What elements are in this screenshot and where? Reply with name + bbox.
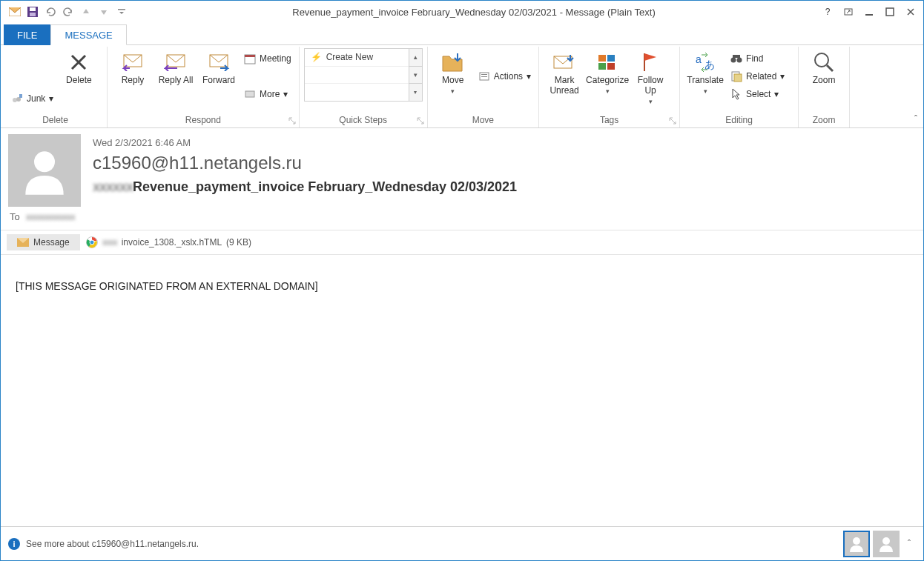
- zoom-button[interactable]: Zoom: [803, 48, 845, 86]
- reply-label: Reply: [122, 76, 145, 86]
- categorize-button[interactable]: Categorize ▾: [587, 48, 628, 95]
- minimize-icon[interactable]: [859, 4, 879, 20]
- quick-access-toolbar: [4, 4, 130, 20]
- delete-icon: [67, 50, 90, 74]
- meeting-label: Meeting: [260, 53, 291, 64]
- related-icon: [730, 70, 742, 82]
- forward-button[interactable]: Forward: [198, 48, 240, 86]
- attachment-item[interactable]: xxxx invoice_1308._xslx.hTML (9 KB): [86, 236, 251, 248]
- message-header: Wed 2/3/2021 6:46 AM c15960@h11.netangel…: [1, 128, 923, 207]
- body-text: [THIS MESSAGE ORIGINATED FROM AN EXTERNA…: [16, 280, 908, 292]
- chevron-down-icon: ▾: [49, 93, 53, 104]
- ribbon-tabs: FILE MESSAGE: [1, 23, 923, 45]
- quicksteps-spinner[interactable]: ▲▼▾: [409, 49, 422, 101]
- svg-rect-10: [19, 94, 22, 98]
- related-button[interactable]: Related ▾: [727, 67, 788, 85]
- categorize-icon: [595, 50, 619, 74]
- junk-label: Junk: [27, 93, 45, 104]
- junk-button[interactable]: Junk ▾: [8, 90, 56, 107]
- save-icon[interactable]: [24, 4, 41, 20]
- chrome-icon: [86, 236, 98, 248]
- svg-point-37: [853, 537, 860, 545]
- delete-button[interactable]: Delete: [58, 48, 99, 86]
- sender-avatar: [8, 134, 81, 207]
- group-label-delete: Delete: [8, 115, 102, 127]
- follow-up-button[interactable]: Follow Up ▾: [630, 48, 671, 105]
- group-label-move: Move: [432, 115, 534, 127]
- dialog-launcher-icon[interactable]: [417, 117, 424, 125]
- binoculars-icon: [730, 53, 742, 64]
- undo-icon[interactable]: [42, 4, 59, 20]
- collapse-ribbon-icon[interactable]: ˆ: [914, 114, 917, 125]
- svg-rect-24: [607, 63, 615, 70]
- svg-rect-2: [30, 7, 36, 11]
- help-icon[interactable]: ?: [818, 4, 837, 20]
- svg-point-38: [882, 537, 890, 545]
- redo-icon[interactable]: [60, 4, 76, 20]
- message-subject: xxxxxxRevenue_payment_invoice February_W…: [93, 179, 916, 195]
- forward-label: Forward: [202, 76, 235, 86]
- envelope-icon[interactable]: [7, 4, 23, 20]
- qat-customize-icon[interactable]: [113, 4, 130, 20]
- group-label-tags: Tags: [544, 115, 675, 127]
- meeting-button[interactable]: Meeting: [241, 50, 294, 67]
- mark-unread-icon: [552, 50, 576, 74]
- mark-unread-label: Mark Unread: [545, 76, 584, 96]
- more-respond-button[interactable]: More ▾: [241, 85, 294, 103]
- select-button[interactable]: Select ▾: [727, 85, 788, 103]
- up-arrow-icon[interactable]: [78, 4, 94, 20]
- message-body: [THIS MESSAGE ORIGINATED FROM AN EXTERNA…: [1, 255, 923, 526]
- chevron-down-icon: ▾: [704, 87, 707, 95]
- ribbon: Junk ▾ Delete Delete Reply Reply All: [1, 45, 923, 128]
- follow-up-label: Follow Up: [631, 76, 670, 96]
- translate-button[interactable]: aあ Translate ▾: [684, 48, 726, 95]
- move-button[interactable]: Move ▾: [432, 48, 474, 95]
- close-icon[interactable]: [901, 4, 920, 20]
- svg-point-32: [815, 53, 828, 67]
- more-icon: [244, 88, 256, 100]
- message-tab[interactable]: Message: [7, 234, 80, 250]
- move-folder-icon: [441, 50, 465, 74]
- attachment-size: (9 KB): [226, 237, 251, 248]
- reply-all-button[interactable]: Reply All: [155, 48, 197, 86]
- chevron-down-icon: ▾: [780, 71, 785, 82]
- redacted-attachment-prefix: xxxx: [102, 237, 117, 248]
- maximize-icon[interactable]: [880, 4, 900, 20]
- find-label: Find: [746, 53, 763, 64]
- reply-button[interactable]: Reply: [112, 48, 154, 86]
- translate-icon: aあ: [693, 50, 717, 74]
- svg-rect-7: [886, 8, 894, 16]
- dialog-launcher-icon[interactable]: [288, 117, 296, 125]
- people-pane-expand-icon[interactable]: ˆ: [902, 531, 916, 557]
- tab-file[interactable]: FILE: [4, 24, 50, 45]
- junk-icon: [11, 93, 23, 104]
- chevron-down-icon: ▾: [451, 87, 455, 95]
- select-label: Select: [746, 89, 770, 99]
- dialog-launcher-icon[interactable]: [669, 117, 676, 125]
- svg-rect-16: [245, 91, 254, 97]
- actions-button[interactable]: Actions ▾: [475, 67, 534, 85]
- quickstep-create-new[interactable]: ⚡ Create New: [305, 49, 422, 67]
- ribbon-display-icon[interactable]: [839, 4, 858, 20]
- translate-label: Translate: [687, 76, 724, 86]
- svg-point-27: [731, 58, 736, 63]
- info-icon[interactable]: i: [8, 538, 20, 550]
- quicksteps-gallery[interactable]: ⚡ Create New ▲▼▾: [304, 48, 423, 102]
- window-title: Revenue_payment_invoice February_Wednesd…: [130, 7, 818, 18]
- categorize-label: Categorize: [586, 76, 629, 86]
- down-arrow-icon[interactable]: [96, 4, 112, 20]
- chevron-down-icon: ▾: [606, 87, 610, 95]
- svg-point-33: [34, 151, 55, 172]
- mark-unread-button[interactable]: Mark Unread: [544, 48, 585, 96]
- tab-message[interactable]: MESSAGE: [50, 24, 126, 45]
- svg-rect-23: [598, 63, 606, 70]
- people-thumb-selected[interactable]: [843, 531, 870, 557]
- svg-rect-15: [245, 55, 255, 57]
- more-label: More: [260, 89, 280, 99]
- attachment-name: invoice_1308._xslx.hTML: [122, 237, 222, 248]
- people-pane: ˆ: [843, 531, 916, 557]
- flag-icon: [638, 50, 662, 74]
- message-date: Wed 2/3/2021 6:46 AM: [93, 137, 916, 148]
- find-button[interactable]: Find: [727, 50, 788, 67]
- people-thumb[interactable]: [873, 531, 900, 557]
